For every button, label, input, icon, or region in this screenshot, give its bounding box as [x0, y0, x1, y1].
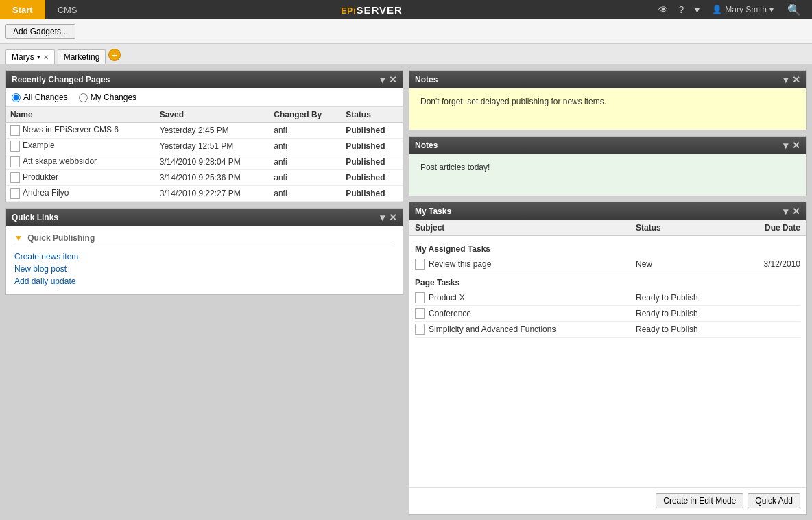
help-button[interactable]: ? [675, 4, 689, 15]
quick-links-close[interactable]: ✕ [389, 212, 397, 223]
tab-marys-label: Marys [12, 52, 34, 62]
task-status: Ready to Publish [636, 309, 732, 318]
table-body: News in EPiServer CMS 6 Yesterday 2:45 P… [6, 123, 403, 202]
task-file-icon [415, 308, 425, 319]
table-row[interactable]: Andrea Filyo 3/14/2010 9:22:27 PM anfi P… [6, 186, 403, 202]
page-task-row[interactable]: Conference Ready to Publish [415, 306, 800, 322]
recently-changed-minimize[interactable]: ▾ [380, 74, 385, 85]
user-icon: 👤 [712, 5, 722, 14]
task-subject: Conference [429, 309, 636, 318]
page-tasks-list: Product X Ready to Publish Conference Re… [415, 290, 800, 338]
cell-changed-by: anfi [270, 123, 342, 139]
tasks-content: My Assigned Tasks Review this page New 3… [409, 236, 806, 487]
quick-link-item[interactable]: New blog post [14, 263, 394, 275]
help-dropdown-icon[interactable]: ▾ [691, 4, 704, 15]
task-subject: Review this page [429, 259, 636, 269]
eye-icon[interactable]: 👁 [654, 4, 672, 15]
my-tasks-minimize[interactable]: ▾ [783, 206, 788, 217]
notes2-close[interactable]: ✕ [792, 140, 800, 151]
cell-changed-by: anfi [270, 170, 342, 186]
all-changes-radio[interactable]: All Changes [12, 93, 68, 102]
quick-links-minimize[interactable]: ▾ [380, 212, 385, 223]
notes1-header: Notes ▾ ✕ [409, 71, 806, 88]
task-due: 3/12/2010 [732, 259, 800, 269]
col-changed-by: Changed By [270, 107, 342, 123]
my-changes-label: My Changes [91, 93, 136, 102]
notes2-minimize[interactable]: ▾ [783, 140, 788, 151]
cell-status: Published [342, 170, 403, 186]
cell-saved: 3/14/2010 9:25:36 PM [156, 170, 270, 186]
search-button[interactable]: 🔍 [782, 3, 807, 16]
task-file-icon [415, 324, 425, 335]
col-status: Status [342, 107, 403, 123]
quick-link-item[interactable]: Add daily update [14, 275, 394, 287]
my-changes-radio[interactable]: My Changes [79, 93, 136, 102]
toolbar: Add Gadgets... [0, 19, 812, 44]
table-row[interactable]: News in EPiServer CMS 6 Yesterday 2:45 P… [6, 123, 403, 139]
recently-changed-title: Recently Changed Pages [12, 75, 110, 84]
col-status: Status [636, 223, 732, 233]
my-changes-input[interactable] [79, 93, 88, 102]
right-column: Notes ▾ ✕ Don't forget: set delayed publ… [409, 70, 807, 515]
page-file-icon [10, 125, 20, 136]
create-in-edit-mode-button[interactable]: Create in Edit Mode [656, 493, 743, 508]
cell-status: Published [342, 139, 403, 154]
quick-links-content: ▼ Quick Publishing Create news itemNew b… [6, 226, 403, 294]
page-task-row[interactable]: Simplicity and Advanced Functions Ready … [415, 322, 800, 338]
task-file-icon [415, 292, 425, 303]
task-status: Ready to Publish [636, 293, 732, 303]
recently-changed-close[interactable]: ✕ [389, 74, 397, 85]
my-tasks-header: My Tasks ▾ ✕ [409, 202, 806, 220]
cell-status: Published [342, 186, 403, 202]
tab-marys-dropdown[interactable]: ▾ [37, 54, 40, 60]
cell-changed-by: anfi [270, 186, 342, 202]
page-task-row[interactable]: Product X Ready to Publish [415, 290, 800, 306]
tab-marketing[interactable]: Marketing [58, 49, 106, 64]
cell-saved: 3/14/2010 9:28:04 PM [156, 154, 270, 170]
cell-name: Produkter [6, 170, 156, 186]
table-row[interactable]: Example Yesterday 12:51 PM anfi Publishe… [6, 139, 403, 154]
quick-publishing-label: Quick Publishing [27, 233, 95, 243]
task-subject: Product X [429, 293, 636, 303]
top-bar-right: 👁 ? ▾ 👤 Mary Smith ▾ 🔍 [654, 3, 812, 16]
quick-add-button[interactable]: Quick Add [748, 493, 800, 508]
page-file-icon [10, 172, 20, 183]
quick-link-item[interactable]: Create news item [14, 250, 394, 263]
recently-changed-gadget: Recently Changed Pages ▾ ✕ All Changes M… [5, 70, 403, 202]
tab-marys[interactable]: Marys ▾ ✕ [5, 49, 55, 64]
triangle-icon: ▼ [14, 233, 23, 243]
cell-name: Att skapa webbsidor [6, 154, 156, 170]
task-subject: Simplicity and Advanced Functions [429, 324, 636, 334]
cell-changed-by: anfi [270, 154, 342, 170]
cell-name: News in EPiServer CMS 6 [6, 123, 156, 139]
cell-saved: Yesterday 12:51 PM [156, 139, 270, 154]
notes1-minimize[interactable]: ▾ [783, 74, 788, 85]
notes1-content: Don't forget: set delayed publishing for… [409, 88, 806, 130]
cell-status: Published [342, 154, 403, 170]
table-row[interactable]: Att skapa webbsidor 3/14/2010 9:28:04 PM… [6, 154, 403, 170]
quick-links-title: Quick Links [12, 213, 58, 222]
notes1-close[interactable]: ✕ [792, 74, 800, 85]
add-gadgets-button[interactable]: Add Gadgets... [5, 24, 75, 39]
assigned-task-row[interactable]: Review this page New 3/12/2010 [415, 257, 800, 272]
recently-changed-header: Recently Changed Pages ▾ ✕ [6, 71, 403, 88]
col-due: Due Date [732, 223, 800, 233]
add-tab-button[interactable]: + [108, 49, 121, 61]
user-menu[interactable]: 👤 Mary Smith ▾ [706, 5, 779, 14]
col-subject: Subject [415, 223, 636, 233]
col-saved: Saved [156, 107, 270, 123]
tab-marys-close[interactable]: ✕ [43, 54, 49, 61]
task-status: New [636, 259, 732, 269]
cell-name: Example [6, 139, 156, 154]
all-changes-input[interactable] [12, 93, 21, 102]
notes2-text: Post articles today! [420, 163, 490, 172]
notes1-gadget: Notes ▾ ✕ Don't forget: set delayed publ… [409, 70, 807, 130]
cell-saved: Yesterday 2:45 PM [156, 123, 270, 139]
cms-tab[interactable]: CMS [45, 0, 90, 19]
my-tasks-close[interactable]: ✕ [792, 206, 800, 217]
user-name: Mary Smith [725, 5, 767, 14]
notes2-content: Post articles today! [409, 154, 806, 196]
start-tab[interactable]: Start [0, 0, 45, 19]
table-row[interactable]: Produkter 3/14/2010 9:25:36 PM anfi Publ… [6, 170, 403, 186]
main-content: Recently Changed Pages ▾ ✕ All Changes M… [0, 64, 812, 520]
